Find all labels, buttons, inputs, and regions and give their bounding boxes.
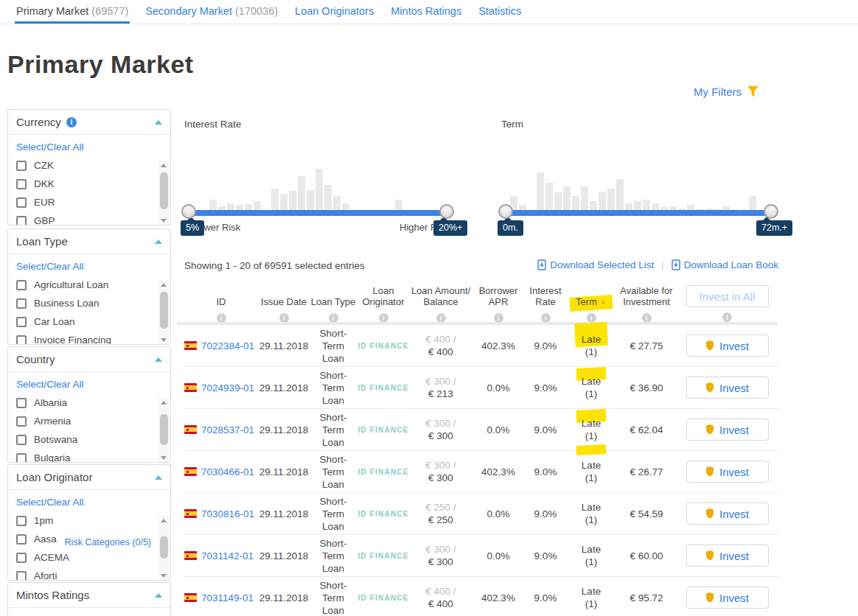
checkbox[interactable]	[16, 398, 27, 408]
tab-mintos-ratings[interactable]: Mintos Ratings	[389, 0, 463, 24]
checkbox-item[interactable]: Armenia	[16, 416, 151, 427]
checkbox-item[interactable]: Business Loan	[16, 298, 151, 309]
checkbox-item[interactable]: Aforti	[16, 570, 151, 581]
info-icon[interactable]: i	[66, 117, 77, 127]
loan-id-link[interactable]: 7022384-01	[201, 340, 254, 352]
checkbox[interactable]	[16, 534, 27, 545]
loan-type-panel-header[interactable]: Loan Type	[8, 229, 170, 254]
invest-button[interactable]: Invest	[686, 587, 769, 609]
checkbox[interactable]	[16, 435, 27, 445]
scroll-down-icon[interactable]	[161, 574, 167, 578]
checkbox-item[interactable]: Botswana	[16, 434, 151, 445]
scroll-up-icon[interactable]	[161, 164, 167, 167]
loan-id-link[interactable]: 7031142-01	[201, 550, 254, 562]
scroll-up-icon[interactable]	[161, 519, 167, 522]
loan-id-link[interactable]: 7024939-01	[201, 382, 254, 394]
checkbox[interactable]	[16, 553, 27, 563]
column-header-term[interactable]: Term ▲ i	[566, 280, 616, 323]
loan-id-link[interactable]: 7028537-01	[201, 424, 254, 436]
scrollbar-thumb[interactable]	[160, 292, 168, 329]
checkbox-item[interactable]: Car Loan	[16, 316, 151, 327]
panel-scrollbar[interactable]	[158, 280, 170, 345]
panel-scrollbar[interactable]	[158, 161, 170, 225]
invest-button[interactable]: Invest	[686, 503, 769, 525]
collapse-arrow-icon[interactable]	[155, 593, 162, 598]
invest-button[interactable]: Invest	[686, 335, 769, 357]
invest-button[interactable]: Invest	[686, 461, 769, 483]
loan-id-link[interactable]: 7030816-01	[201, 508, 254, 520]
checkbox[interactable]	[16, 179, 27, 189]
checkbox[interactable]	[16, 571, 27, 581]
checkbox[interactable]	[16, 453, 27, 463]
loan-originator-panel-header[interactable]: Loan Originator	[8, 465, 170, 490]
select-clear-all-link[interactable]: Select/Clear All	[16, 497, 84, 508]
loan-id-link[interactable]: 7030466-01	[201, 466, 254, 478]
invest-button[interactable]: Invest	[686, 419, 769, 441]
tab-statistics[interactable]: Statistics	[477, 0, 523, 24]
checkbox-item[interactable]: Bulgaria	[16, 452, 151, 463]
sort-ascending-icon[interactable]: ▲	[600, 296, 607, 307]
checkbox[interactable]	[16, 298, 27, 309]
checkbox[interactable]	[16, 197, 27, 208]
checkbox-item[interactable]: DKK	[16, 178, 151, 189]
checkbox-item[interactable]: GBP	[16, 215, 151, 225]
checkbox-item[interactable]: ACEMA	[16, 552, 151, 563]
tab-loan-originators[interactable]: Loan Originators	[293, 0, 375, 24]
collapse-arrow-icon[interactable]	[155, 357, 162, 362]
loan-id-link[interactable]: 7031149-01	[201, 592, 254, 604]
checkbox-label: Botswana	[34, 434, 77, 445]
my-filters-link[interactable]: My Filters	[694, 85, 759, 98]
checkbox[interactable]	[16, 317, 27, 327]
scroll-down-icon[interactable]	[161, 456, 167, 460]
download-selected-list-link[interactable]: Download Selected List	[537, 259, 654, 270]
scroll-up-icon[interactable]	[161, 283, 167, 287]
checkbox[interactable]	[16, 280, 27, 290]
checkbox[interactable]	[16, 516, 27, 526]
tab-secondary-market[interactable]: Secondary Market (170036)	[144, 0, 279, 24]
checkbox-label: Armenia	[34, 416, 71, 427]
panel-scrollbar[interactable]	[158, 398, 170, 463]
tab-primary-market[interactable]: Primary Market (69577)	[15, 0, 130, 24]
interest-rate-min-handle[interactable]	[181, 204, 196, 219]
select-clear-all-link[interactable]: Select/Clear All	[16, 261, 84, 272]
risk-categories-link[interactable]: Risk Categories (0/5)	[65, 537, 151, 547]
country-panel-header[interactable]: Country	[8, 347, 170, 372]
checkbox-item[interactable]: Invoice Financing	[16, 335, 151, 345]
scrollbar-thumb[interactable]	[160, 172, 168, 209]
checkbox[interactable]	[16, 335, 27, 346]
mintos-ratings-panel-header[interactable]: Mintos Ratings	[8, 583, 170, 608]
info-icon[interactable]: i	[722, 312, 732, 322]
panel-scrollbar[interactable]	[158, 516, 170, 581]
scroll-down-icon[interactable]	[161, 219, 167, 223]
interest-rate-max-handle[interactable]	[439, 204, 454, 219]
collapse-arrow-icon[interactable]	[155, 475, 162, 480]
term-slider-track[interactable]	[507, 210, 772, 216]
currency-panel-header[interactable]: Currency i	[8, 110, 170, 135]
checkbox-item[interactable]: 1pm	[16, 515, 151, 526]
checkbox-item[interactable]: EUR	[16, 197, 151, 208]
collapse-arrow-icon[interactable]	[155, 120, 162, 125]
checkbox[interactable]	[16, 416, 27, 427]
collapse-arrow-icon[interactable]	[155, 239, 162, 244]
checkbox-item[interactable]: CZK	[16, 160, 151, 171]
select-clear-all-link[interactable]: Select/Clear All	[16, 141, 84, 153]
scroll-down-icon[interactable]	[161, 338, 167, 342]
term-min-handle[interactable]	[498, 204, 513, 219]
term-max-handle[interactable]	[764, 204, 778, 219]
filter-panel-currency: Currency i Select/Clear All CZK DKK EUR	[7, 109, 171, 225]
invest-button[interactable]: Invest	[686, 377, 769, 399]
download-loan-book-link[interactable]: Download Loan Book	[672, 259, 778, 270]
select-clear-all-link[interactable]: Select/Clear All	[16, 379, 84, 390]
checkbox-item[interactable]: Agricultural Loan	[16, 279, 151, 290]
checkbox[interactable]	[16, 161, 27, 171]
invest-button[interactable]: Invest	[686, 545, 769, 567]
loan-amount-balance: € 400 / € 400	[410, 333, 472, 358]
interest-rate-slider-track[interactable]	[190, 210, 448, 216]
scroll-up-icon[interactable]	[161, 401, 167, 405]
checkbox-item[interactable]: Albania	[16, 397, 151, 408]
scrollbar-thumb[interactable]	[160, 536, 168, 559]
scrollbar-thumb[interactable]	[160, 414, 168, 445]
borrower-apr: 402.3%	[472, 340, 525, 352]
invest-in-all-button[interactable]: Invest in All	[686, 285, 769, 307]
checkbox[interactable]	[16, 216, 27, 226]
